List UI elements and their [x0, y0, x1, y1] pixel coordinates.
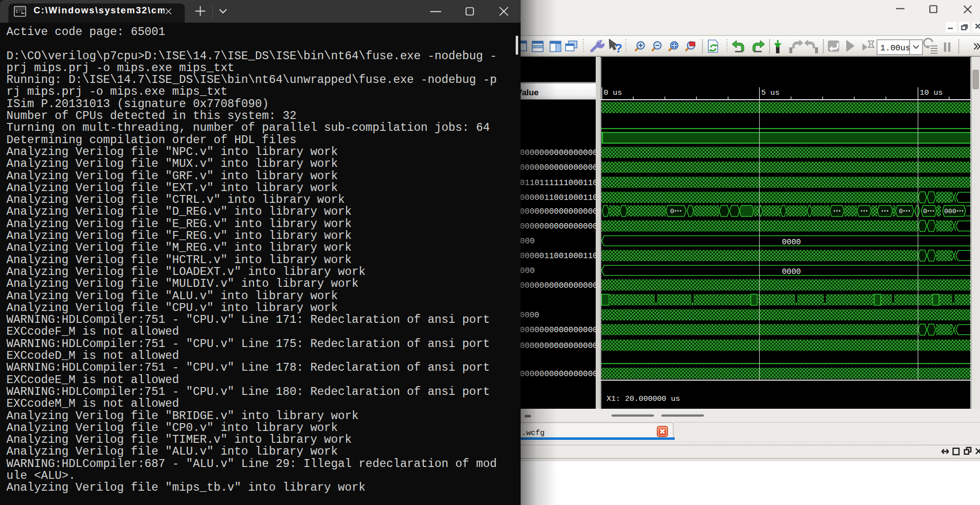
svg-text:0000: 0000: [782, 238, 801, 247]
svg-text:0 us: 0 us: [604, 88, 622, 97]
svg-text:0: 0: [670, 208, 674, 215]
svg-text:0: 0: [923, 208, 927, 215]
svg-text:10 us: 10 us: [920, 88, 943, 97]
svg-text:?: ?: [615, 41, 622, 55]
svg-text:1.00us: 1.00us: [880, 43, 910, 53]
svg-text:5 us: 5 us: [761, 88, 779, 97]
svg-text:X1: 20.000000 us: X1: 20.000000 us: [607, 394, 680, 403]
svg-text:0000: 0000: [782, 268, 801, 276]
svg-text:000: 000: [944, 208, 956, 215]
svg-text:0: 0: [899, 208, 903, 215]
